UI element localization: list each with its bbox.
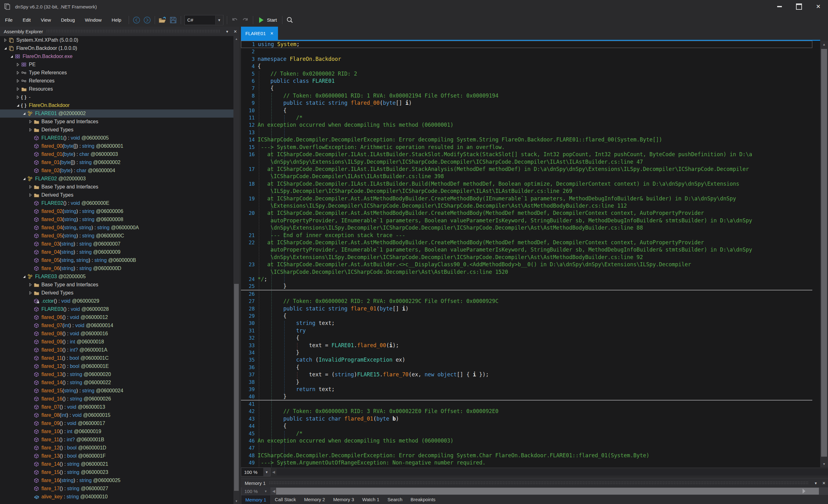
tree-item[interactable]: flared_02(string) : string @06000006 [0,207,234,215]
tree-item[interactable]: FLARE03() : void @06000028 [0,305,234,313]
collapse-icon[interactable] [21,274,27,279]
tree-item[interactable]: flared_08() : void @06000016 [0,330,234,338]
menu-edit[interactable]: Edit [17,13,36,27]
language-selector[interactable]: C# ▼ [184,15,223,25]
memory-panel-header[interactable]: Memory 1 ▾ ✕ [241,478,828,488]
tree-item[interactable]: flare_07() : void @06000013 [0,403,234,411]
memory-panel-scrollbar[interactable]: 100 % ▼ ◀ [241,488,828,495]
collapse-icon[interactable] [21,176,27,181]
tool-tab-memory-1[interactable]: Memory 1 [241,495,271,504]
expand-icon[interactable] [28,127,33,132]
minimize-button[interactable] [770,0,789,13]
tree-item[interactable]: flare_14() : string @06000021 [0,460,234,468]
expand-icon[interactable] [15,95,21,100]
tree-item[interactable]: References [0,77,234,85]
tool-tab-breakpoints[interactable]: Breakpoints [407,495,440,504]
tree-item[interactable]: flared_14() : string @06000022 [0,379,234,387]
panel-close-button[interactable]: ✕ [231,28,239,35]
tree-item[interactable]: FLARE02 @02000003 [0,175,234,183]
tree-item[interactable]: flared_11() : bool @0600001C [0,354,234,362]
navigate-back-button[interactable] [131,15,142,26]
start-button[interactable]: Start [255,15,280,26]
tool-tab-memory-3[interactable]: Memory 3 [329,495,358,504]
collapse-icon[interactable] [21,111,27,116]
navigate-forward-button[interactable] [142,15,153,26]
expand-icon[interactable] [15,70,21,75]
undo-button[interactable] [230,15,240,26]
menu-debug[interactable]: Debug [56,13,80,27]
close-button[interactable]: ✕ [809,0,828,13]
collapse-icon[interactable] [15,103,21,108]
tree-item[interactable]: flare_06(string) : string @0600000D [0,264,234,272]
scroll-up-icon[interactable]: ▲ [820,41,828,48]
tree-item[interactable]: alive_key : string @04000010 [0,493,234,501]
scroll-up-icon[interactable]: ▲ [234,36,239,42]
expand-icon[interactable] [15,87,21,92]
tool-tab-watch-1[interactable]: Watch 1 [358,495,383,504]
menu-file[interactable]: File [0,13,17,27]
tree-item[interactable]: FLARE01 @02000002 [0,110,234,118]
expand-icon[interactable] [15,62,21,67]
tree-item[interactable]: flare_03(string) : string @06000007 [0,240,234,248]
menu-window[interactable]: Window [80,13,107,27]
tree-item[interactable]: flared_10() : int? @0600001A [0,346,234,354]
collapse-icon[interactable] [2,46,8,51]
expand-icon[interactable] [2,38,8,43]
tree-item[interactable]: Base Type and Interfaces [0,183,234,191]
menu-view[interactable]: View [36,13,56,27]
tree-item[interactable]: flare_08(int) : void @06000015 [0,411,234,419]
tree-scrollbar[interactable]: ▲ ▼ [234,36,239,504]
tree-item[interactable]: flared_09() : int @06000018 [0,338,234,346]
tree-item[interactable]: PE [0,60,234,69]
scroll-down-icon[interactable]: ▼ [234,498,239,504]
panel-close-button[interactable]: ✕ [820,479,828,487]
maximize-button[interactable] [789,0,809,13]
tree-item[interactable]: flared_00(byte[]) : string @06000001 [0,142,234,150]
collapse-icon[interactable] [9,54,14,59]
expand-icon[interactable] [28,290,33,295]
tree-item[interactable]: flared_12() : bool @0600001E [0,362,234,370]
tree-item[interactable]: flared_15(string) : string @06000024 [0,387,234,395]
tool-tab-search[interactable]: Search [383,495,407,504]
chevron-down-icon[interactable]: ▼ [215,16,223,25]
tree-item[interactable]: flare_12() : bool @0600001D [0,444,234,452]
tree-item[interactable]: flare_16(string) : string @06000025 [0,476,234,485]
editor-hscrollbar[interactable] [277,469,828,475]
tree-item[interactable]: { }FlareOn.Backdoor [0,101,234,110]
tree-item[interactable]: Derived Types [0,191,234,199]
tab-flare01[interactable]: FLARE01 ✕ [241,27,278,40]
scroll-down-icon[interactable]: ▼ [820,460,828,467]
tool-tab-memory-2[interactable]: Memory 2 [300,495,329,504]
tree-item[interactable]: FLARE01() : void @06000005 [0,134,234,142]
tree-item[interactable]: Resources [0,85,234,93]
scroll-left-icon[interactable]: ◀ [271,470,277,474]
tab-close-icon[interactable]: ✕ [270,31,274,36]
tree-item[interactable]: flared_01(byte) : char @06000003 [0,150,234,158]
chevron-down-icon[interactable]: ▼ [263,468,270,476]
panel-menu-button[interactable]: ▾ [812,479,820,487]
tree-item[interactable]: FlareOn.Backdoor.exe [0,52,234,60]
tree-item[interactable]: flare_11() : int? @0600001B [0,436,234,444]
tree-item[interactable]: flare_04(string) : string @06000009 [0,248,234,256]
tree-item[interactable]: flared_06() : void @06000012 [0,313,234,322]
expand-icon[interactable] [28,119,33,124]
assembly-explorer-header[interactable]: Assembly Explorer ▾ ✕ [0,27,239,36]
tree-item[interactable]: flare_01(byte[]) : string @06000002 [0,158,234,167]
tree-item[interactable]: flare_02(byte) : char @06000004 [0,167,234,175]
assembly-tree[interactable]: System.Xml.XPath (5.0.0.0)FlareOn.Backdo… [0,36,234,504]
tree-item[interactable]: flare_13() : bool @0600001F [0,452,234,460]
tree-item[interactable]: flare_10() : int @06000019 [0,427,234,436]
tree-item[interactable]: System.Xml.XPath (5.0.0.0) [0,36,234,44]
tree-item[interactable]: Base Type and Interfaces [0,281,234,289]
tree-item[interactable]: flare_05(string, string) : string @06000… [0,256,234,264]
expand-icon[interactable] [15,78,21,83]
menu-help[interactable]: Help [107,13,126,27]
tree-item[interactable]: Base Type and Interfaces [0,118,234,126]
tree-item[interactable]: flare_15() : string @06000023 [0,468,234,476]
search-button[interactable] [285,15,295,26]
tool-tab-call-stack[interactable]: Call Stack [271,495,300,504]
tree-item[interactable]: FlareOn.Backdoor (1.0.0.0) [0,44,234,52]
tree-item[interactable]: FLARE03 @02000005 [0,272,234,281]
tree-item[interactable]: flare_17() : string @06000027 [0,485,234,493]
expand-icon[interactable] [28,184,33,190]
